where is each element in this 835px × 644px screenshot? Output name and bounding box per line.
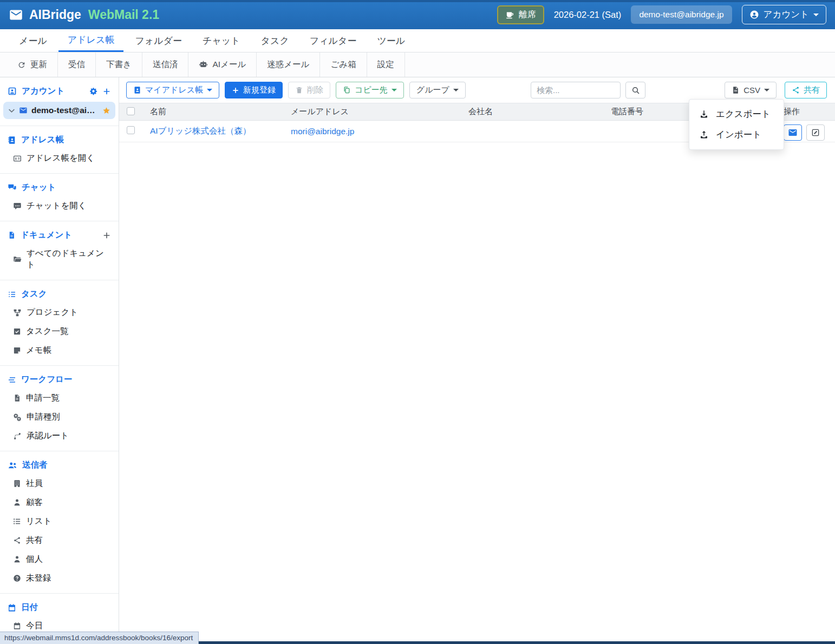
list-icon <box>13 517 21 525</box>
logged-in-email-badge: demo-test@aibridge.jp <box>631 5 732 24</box>
sidebar-item-unregistered[interactable]: 未登録 <box>0 569 119 588</box>
account-box-icon <box>8 87 17 96</box>
users-icon <box>8 461 17 470</box>
sidebar-item-approval-route[interactable]: 承認ルート <box>0 426 119 445</box>
csv-dropdown-button[interactable]: CSV <box>725 82 777 98</box>
toolbar-inbox[interactable]: 受信 <box>58 52 96 77</box>
sidebar-item-open-chat[interactable]: チャットを開く <box>0 196 119 215</box>
caret-down-icon <box>764 89 769 91</box>
sidebar-section-chat: チャット チャットを開く <box>0 174 119 221</box>
account-menu-label: アカウント <box>764 9 809 21</box>
caret-down-icon <box>392 89 397 91</box>
sidebar-item-request-list[interactable]: 申請一覧 <box>0 389 119 408</box>
row-actions <box>784 122 835 141</box>
row-checkbox[interactable] <box>127 126 135 134</box>
app-logo: AIBridge WebMail 2.1 <box>9 8 159 22</box>
copy-to-dropdown-button[interactable]: コピー先 <box>336 82 404 98</box>
sidebar-section-tasks: タスク プロジェクト タスク一覧 メモ帳 <box>0 280 119 366</box>
check-square-icon <box>13 327 21 336</box>
sidebar-item-personal[interactable]: 個人 <box>0 550 119 569</box>
toolbar-ai-mail[interactable]: AIメール <box>188 52 257 77</box>
sidebar-account-item-selected[interactable]: demo-test@aibridge.jp <box>3 102 115 119</box>
my-addressbook-dropdown-button[interactable]: マイアドレス帳 <box>126 82 219 98</box>
route-icon <box>13 432 22 441</box>
sidebar-item-projects[interactable]: プロジェクト <box>0 303 119 322</box>
share-button[interactable]: 共有 <box>785 82 827 98</box>
tab-tasks[interactable]: タスク <box>252 29 298 52</box>
delete-button[interactable]: 削除 <box>288 82 330 98</box>
column-header-email[interactable]: メールアドレス <box>282 103 459 121</box>
sidebar-header-tasks: タスク <box>0 285 119 303</box>
tab-folders[interactable]: フォルダー <box>126 29 191 52</box>
sidebar-header-dates: 日付 <box>0 599 119 616</box>
presence-status-button[interactable]: 離席 <box>497 5 544 24</box>
sidebar-header-account: アカウント <box>0 82 119 100</box>
sidebar-item-task-list[interactable]: タスク一覧 <box>0 322 119 341</box>
column-header-company[interactable]: 会社名 <box>459 103 602 121</box>
export-share-group: CSV 共有 <box>725 82 827 98</box>
file-lines-icon <box>13 394 21 402</box>
new-entry-button[interactable]: 新規登録 <box>225 82 283 98</box>
folder-open-icon <box>13 255 22 264</box>
account-settings-gear-icon[interactable] <box>89 87 97 95</box>
caret-down-icon <box>813 14 819 16</box>
sidebar-item-open-addressbook[interactable]: アドレス帳を開く <box>0 149 119 168</box>
sidebar-header-workflow: ワークフロー <box>0 371 119 389</box>
toolbar-sent[interactable]: 送信済 <box>142 52 189 77</box>
add-document-plus-icon[interactable] <box>102 231 111 240</box>
envelope-logo-icon <box>9 8 23 22</box>
menu-item-export[interactable]: エクスポート <box>689 104 784 124</box>
group-dropdown-button[interactable]: グループ <box>409 82 466 98</box>
search-input[interactable] <box>531 82 621 98</box>
tab-mail[interactable]: メール <box>10 29 56 52</box>
toolbar-drafts[interactable]: 下書き <box>96 52 142 77</box>
address-book-icon <box>8 136 16 144</box>
account-menu-button[interactable]: アカウント <box>742 5 826 24</box>
search-button[interactable] <box>625 82 645 98</box>
toolbar-refresh[interactable]: 更新 <box>7 52 58 77</box>
tab-addressbook[interactable]: アドレス帳 <box>58 29 124 52</box>
sidebar-item-request-types[interactable]: 申請種別 <box>0 408 119 426</box>
toolbar-refresh-label: 更新 <box>30 59 47 70</box>
contact-name-link[interactable]: AIブリッジ株式会社（森） <box>150 126 251 135</box>
sidebar-item-shared[interactable]: 共有 <box>0 531 119 550</box>
add-account-plus-icon[interactable] <box>102 87 111 96</box>
mail-toolbar: 更新 受信 下書き 送信済 AIメール 迷惑メール ごみ箱 設定 <box>0 52 835 77</box>
sidebar-header-chat: チャット <box>0 179 119 196</box>
download-icon <box>699 109 709 119</box>
toolbar-trash[interactable]: ごみ箱 <box>320 52 367 77</box>
select-all-checkbox[interactable] <box>127 107 135 115</box>
send-mail-button[interactable] <box>784 124 802 141</box>
copy-icon <box>343 86 351 94</box>
tab-chat[interactable]: チャット <box>193 29 250 52</box>
sidebar-item-employees[interactable]: 社員 <box>0 474 119 493</box>
contact-email-link[interactable]: mori@aibridge.jp <box>291 127 354 136</box>
column-header-name[interactable]: 名前 <box>141 103 282 121</box>
document-icon <box>8 231 16 239</box>
toolbar-settings[interactable]: 設定 <box>367 52 405 77</box>
caret-down-icon <box>453 89 459 91</box>
edit-contact-button[interactable] <box>806 124 825 141</box>
sidebar-item-lists[interactable]: リスト <box>0 512 119 531</box>
building-icon <box>13 479 21 488</box>
tab-tools[interactable]: ツール <box>368 29 414 52</box>
gears-icon <box>13 413 22 422</box>
sidebar-item-customers[interactable]: 顧客 <box>0 493 119 512</box>
upload-icon <box>699 130 709 140</box>
sidebar-item-all-documents[interactable]: すべてのドキュメント <box>0 244 119 274</box>
menu-item-import[interactable]: インポート <box>689 124 784 145</box>
person-circle-icon <box>749 10 759 19</box>
chat-bubbles-icon <box>8 183 17 192</box>
account-email-label: demo-test@aibridge.jp <box>31 106 99 115</box>
envelope-icon <box>788 128 798 137</box>
coffee-cup-icon <box>505 10 514 19</box>
caret-down-icon <box>207 89 212 91</box>
pencil-square-icon <box>811 128 820 137</box>
share-icon <box>792 86 800 94</box>
chat-bubble-icon <box>13 202 22 211</box>
tab-filters[interactable]: フィルター <box>301 29 366 52</box>
sidebar-item-notes[interactable]: メモ帳 <box>0 341 119 360</box>
toolbar-spam[interactable]: 迷惑メール <box>257 52 320 77</box>
sidebar-section-workflow: ワークフロー 申請一覧 申請種別 承認ルート <box>0 366 119 451</box>
sidebar-section-account: アカウント demo-test@aibridge.jp <box>0 77 119 126</box>
